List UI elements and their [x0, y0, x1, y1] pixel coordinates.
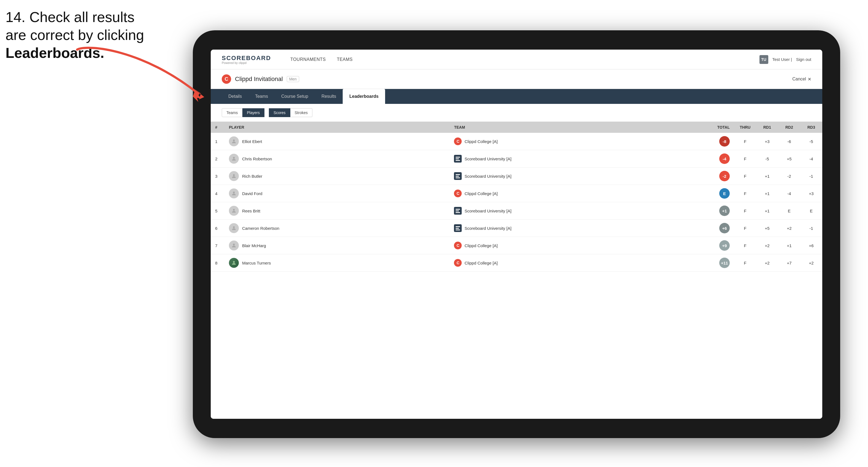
score-badge: -4 [719, 153, 730, 164]
cell-total: +1 [701, 202, 734, 220]
cell-team: CClippd College [A] [450, 133, 701, 150]
filter-scores[interactable]: Scores [269, 108, 290, 117]
score-badge: +1 [719, 206, 730, 216]
table-row: 3Rich ButlerScoreboard University [A]-2F… [211, 167, 822, 185]
team-name: Clippd College [A] [464, 139, 497, 144]
cell-thru: F [734, 202, 756, 220]
cell-rd2: +2 [778, 220, 800, 237]
cell-total: -8 [701, 133, 734, 150]
col-total: TOTAL [701, 122, 734, 133]
table-row: 5Rees BrittScoreboard University [A]+1F+… [211, 202, 822, 220]
cell-player: Elliot Ebert [224, 133, 450, 150]
sign-out-button[interactable]: Sign out [796, 57, 811, 62]
player-avatar [229, 223, 239, 233]
cell-rd1: +1 [756, 202, 778, 220]
cell-player: Rich Butler [224, 167, 450, 185]
col-player: PLAYER [224, 122, 450, 133]
table-row: 4David FordCClippd College [A]EF+1-4+3 [211, 185, 822, 202]
player-name: Cameron Robertson [242, 226, 279, 230]
col-rank: # [211, 122, 224, 133]
table-row: 8Marcus TurnersCClippd College [A]+11F+2… [211, 254, 822, 272]
tab-leaderboards[interactable]: Leaderboards [343, 89, 385, 104]
cell-team: Scoreboard University [A] [450, 220, 701, 237]
team-logo-scoreboard [454, 155, 462, 162]
player-name: Chris Robertson [242, 156, 272, 161]
col-rd2: RD2 [778, 122, 800, 133]
cell-thru: F [734, 133, 756, 150]
cell-rd3: -1 [800, 220, 822, 237]
player-avatar [229, 154, 239, 164]
logo-subtitle: Powered by clippd [222, 61, 271, 64]
cell-rank: 6 [211, 220, 224, 237]
cell-player: Rees Britt [224, 202, 450, 220]
tournament-name: Clippd Invitational [235, 75, 283, 83]
cell-rd3: E [800, 202, 822, 220]
filter-players[interactable]: Players [242, 108, 265, 117]
score-badge: E [719, 188, 730, 199]
team-logo-clippd: C [454, 137, 462, 145]
cell-team: Scoreboard University [A] [450, 150, 701, 167]
filter-bar: Teams Players Scores Strokes [211, 104, 822, 122]
cell-rd3: -1 [800, 167, 822, 185]
tab-details[interactable]: Details [222, 89, 248, 104]
cell-rd1: +3 [756, 133, 778, 150]
cancel-button[interactable]: Cancel ✕ [792, 76, 811, 82]
player-avatar [229, 188, 239, 198]
cell-rd2: +7 [778, 254, 800, 272]
cell-player: David Ford [224, 185, 450, 202]
nav-teams[interactable]: TEAMS [331, 55, 359, 64]
team-name: Clippd College [A] [464, 243, 497, 248]
user-name: Test User | [772, 57, 792, 62]
player-avatar [229, 241, 239, 250]
cell-total: -4 [701, 150, 734, 167]
table-row: 7Blair McHargCClippd College [A]+9F+2+1+… [211, 237, 822, 254]
filter-teams[interactable]: Teams [222, 108, 242, 117]
tab-teams[interactable]: Teams [248, 89, 275, 104]
player-avatar [229, 206, 239, 216]
col-rd1: RD1 [756, 122, 778, 133]
instruction-text: 14. Check all results are correct by cli… [5, 8, 144, 62]
tab-results[interactable]: Results [315, 89, 343, 104]
cell-player: Blair McHarg [224, 237, 450, 254]
svg-point-7 [233, 244, 235, 246]
tournament-badge: Men [287, 76, 299, 82]
table-row: 6Cameron RobertsonScoreboard University … [211, 220, 822, 237]
cell-total: +9 [701, 237, 734, 254]
cell-player: Marcus Turners [224, 254, 450, 272]
top-nav: SCOREBOARD Powered by clippd TOURNAMENTS… [211, 50, 822, 69]
score-badge: -8 [719, 136, 730, 147]
table-row: 1Elliot EbertCClippd College [A]-8F+3-6-… [211, 133, 822, 150]
cell-thru: F [734, 185, 756, 202]
player-name: Rees Britt [242, 209, 260, 213]
tournament-header: C Clippd Invitational Men Cancel ✕ [211, 69, 822, 89]
nav-tournaments[interactable]: TOURNAMENTS [285, 55, 331, 64]
score-badge: +6 [719, 223, 730, 234]
tournament-title-area: C Clippd Invitational Men [222, 74, 299, 84]
col-rd3: RD3 [800, 122, 822, 133]
cell-total: +11 [701, 254, 734, 272]
user-avatar: TU [760, 55, 768, 64]
cell-team: Scoreboard University [A] [450, 202, 701, 220]
cell-rd3: -5 [800, 133, 822, 150]
cell-rd1: +1 [756, 167, 778, 185]
team-name: Clippd College [A] [464, 191, 497, 196]
filter-strokes[interactable]: Strokes [290, 108, 312, 117]
cell-rd2: +1 [778, 237, 800, 254]
svg-point-5 [233, 209, 235, 211]
table-row: 2Chris RobertsonScoreboard University [A… [211, 150, 822, 167]
cell-thru: F [734, 150, 756, 167]
tablet-frame: SCOREBOARD Powered by clippd TOURNAMENTS… [193, 30, 840, 438]
team-logo-scoreboard [454, 172, 462, 180]
player-name: Elliot Ebert [242, 139, 262, 144]
svg-point-8 [233, 261, 235, 263]
svg-point-3 [233, 174, 235, 176]
col-team: TEAM [450, 122, 701, 133]
cell-rank: 1 [211, 133, 224, 150]
player-name: David Ford [242, 191, 262, 196]
logo-area: SCOREBOARD Powered by clippd [222, 55, 271, 64]
score-badge: -2 [719, 171, 730, 181]
team-logo-scoreboard [454, 224, 462, 232]
tab-course-setup[interactable]: Course Setup [275, 89, 315, 104]
cell-rd1: +5 [756, 220, 778, 237]
cell-player: Chris Robertson [224, 150, 450, 167]
